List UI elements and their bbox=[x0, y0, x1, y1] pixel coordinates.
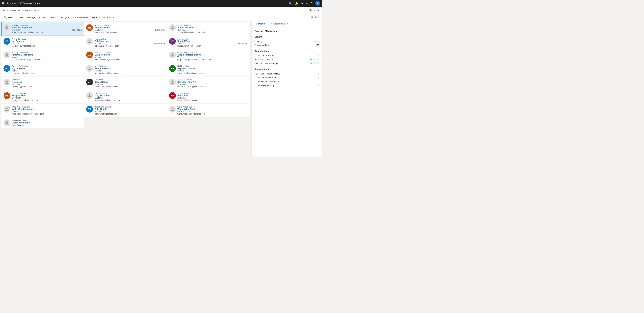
contact-button[interactable]: Contact bbox=[48, 15, 59, 20]
contact-name[interactable]: Graphic Design Institute bbox=[178, 54, 248, 56]
grid-view-icon[interactable]: ⊞ bbox=[315, 16, 317, 19]
stats-value[interactable]: 17,100.00 bbox=[310, 62, 319, 64]
contact-card[interactable]: MB School of Fine Art Meagan Bond Custom… bbox=[1, 90, 84, 104]
contact-card[interactable]: World Wide Bank World Wide Bank Bank Acc… bbox=[1, 117, 84, 128]
contact-name[interactable]: World Wide Bank bbox=[178, 108, 248, 110]
contact-info: Fabrikam, Inc. Krystal York Vendor 42555… bbox=[178, 38, 248, 47]
settings-icon[interactable]: ⚙ bbox=[306, 2, 308, 5]
stats-label: No. of Opportunities bbox=[254, 54, 274, 57]
stats-row: Cost ($) 66.00 bbox=[254, 40, 319, 43]
contact-card[interactable]: ID Alpine Ski House Ian Deberry Customer… bbox=[1, 36, 84, 49]
contact-name[interactable]: World Wide Bank bbox=[12, 122, 82, 124]
contact-avatar: JH bbox=[86, 79, 93, 86]
contact-type: Vendor bbox=[178, 70, 184, 72]
contact-name[interactable]: Trey Research bbox=[94, 94, 165, 97]
contact-email: school.of.fine.art@contoso.com bbox=[178, 86, 248, 88]
contact-name[interactable]: Ian Deberry bbox=[12, 40, 82, 42]
stats-row: No. of Job Responsibilities 0 bbox=[254, 72, 319, 76]
contact-card[interactable]: TR Wide World Importers Toby Rhode Vendo… bbox=[84, 104, 167, 117]
contact-company: Trey Research bbox=[94, 92, 165, 94]
contact-type: Customer bbox=[94, 97, 103, 99]
contact-type: Customer bbox=[178, 97, 186, 99]
contact-card[interactable]: KY Fabrikam, Inc. Krystal York Vendor 42… bbox=[167, 36, 250, 49]
contact-name[interactable]: Nod Publishers bbox=[94, 67, 165, 70]
contact-name[interactable]: Toby Rhode bbox=[94, 108, 165, 110]
contact-card[interactable]: Relecloud Relecloud Customer relecloud@c… bbox=[1, 76, 84, 90]
contact-card[interactable]: Graphic Design Institute Graphic Design … bbox=[167, 49, 250, 63]
search-icon[interactable]: 🔍 bbox=[289, 2, 292, 5]
contact-card[interactable]: EM First Up Consultants Evan McIntosh Ve… bbox=[84, 49, 167, 63]
waffle-icon[interactable]: ⊞ bbox=[2, 2, 4, 5]
bookmark-icon[interactable]: 🔖 bbox=[309, 9, 312, 12]
contact-info: Relecloud Jesse Homer Customer jesse.hom… bbox=[94, 79, 165, 88]
tab-details[interactable]: ℹ Details bbox=[254, 21, 268, 27]
contact-card[interactable]: Nod Publishers Nod Publishers Vendor nod… bbox=[84, 63, 167, 76]
contact-card[interactable]: RH Nod Publishers Raymond Hillard Vendor… bbox=[167, 63, 250, 76]
stats-value: 0 bbox=[318, 72, 319, 75]
external-link-icon[interactable]: ↗ bbox=[314, 9, 316, 12]
contact-avatar bbox=[86, 38, 93, 44]
filter-icon[interactable]: ⊟ bbox=[311, 16, 314, 19]
help-icon[interactable]: ? bbox=[311, 2, 312, 5]
word-templates-button[interactable]: Word Templates bbox=[71, 15, 90, 20]
flag-icon[interactable]: ⚑ bbox=[301, 2, 304, 5]
contact-name[interactable]: Evan McIntosh bbox=[94, 54, 165, 56]
stats-value[interactable]: 66.00 bbox=[314, 40, 319, 42]
contact-name[interactable]: Relecloud bbox=[12, 81, 82, 83]
contact-card[interactable]: First Up Consultants First Up Consultant… bbox=[1, 49, 84, 63]
contact-name[interactable]: Krystal York bbox=[178, 40, 248, 42]
contact-phone: 123123123 bbox=[155, 29, 165, 31]
contact-name[interactable]: Robert Townes bbox=[94, 26, 165, 29]
contact-card[interactable]: Trey Research Trey Research Customer tre… bbox=[84, 90, 167, 104]
contact-type: Customer bbox=[178, 29, 186, 31]
contact-name[interactable]: Raymond Hillard bbox=[178, 67, 248, 70]
contact-name[interactable]: Fabrikam, Inc. bbox=[94, 40, 165, 42]
contact-company: Fabrikam, Inc. bbox=[178, 38, 248, 40]
contact-card[interactable]: HR Trey Research Helen Ray Customer hele… bbox=[167, 90, 250, 104]
page-button[interactable]: Page bbox=[90, 15, 98, 20]
contact-card[interactable]: BJ Graphic Design Institute Bryce Jasso … bbox=[1, 63, 84, 76]
contact-name[interactable]: School of Fine Art bbox=[178, 81, 248, 83]
contact-card[interactable]: Alpine Ski House Alpine Ski House Custom… bbox=[167, 22, 250, 36]
process-button[interactable]: Process bbox=[37, 15, 48, 20]
contact-more-button[interactable]: ⋮ bbox=[79, 25, 83, 28]
collapse-icon[interactable]: ✕ bbox=[317, 9, 319, 12]
contact-name[interactable]: Wide World Importers bbox=[12, 108, 82, 110]
contact-card[interactable]: Adatum Corporation Adatum Corporation Cu… bbox=[1, 22, 84, 36]
contact-name[interactable]: Alpine Ski House bbox=[178, 26, 248, 29]
back-button[interactable]: ← bbox=[3, 9, 5, 12]
contact-card[interactable]: World Wide Bank World Wide Bank Bank Acc… bbox=[167, 104, 250, 117]
contact-name[interactable]: Bryce Jasso bbox=[12, 67, 82, 70]
contact-info: Graphic Design Institute Graphic Design … bbox=[178, 52, 248, 61]
search-icon: 🔍 bbox=[4, 16, 7, 18]
bell-icon[interactable]: 🔔 bbox=[295, 2, 298, 5]
contact-avatar bbox=[4, 24, 10, 31]
contact-card[interactable]: Fabrikam, Inc. Fabrikam, Inc. Vendor 425… bbox=[84, 36, 167, 49]
contact-card[interactable]: School of Fine Art School of Fine Art Cu… bbox=[167, 76, 250, 90]
contact-name[interactable]: First Up Consultants bbox=[12, 54, 82, 56]
tab-attachments[interactable]: 📎 Attachments (0) bbox=[268, 21, 291, 27]
contact-card[interactable]: RT Adatum Corporation Robert Townes Cust… bbox=[84, 22, 167, 36]
stats-row: No. of Opportunities 3 bbox=[254, 54, 319, 58]
new-button[interactable]: + New bbox=[16, 15, 25, 20]
contact-info: Trey Research Trey Research Customer tre… bbox=[94, 92, 165, 102]
contact-avatar: MB bbox=[4, 92, 10, 99]
contact-card[interactable]: JH Relecloud Jesse Homer Customer jesse.… bbox=[84, 76, 167, 90]
user-avatar[interactable]: IK bbox=[315, 1, 320, 6]
contact-type: Vendor bbox=[94, 42, 101, 45]
manage-button[interactable]: Manage bbox=[26, 15, 36, 20]
contact-name[interactable]: Jesse Homer bbox=[94, 81, 165, 83]
details-content: Contact Statistics General Cost ($) 66.0… bbox=[252, 27, 322, 92]
stats-value[interactable]: 22,000.00 bbox=[310, 58, 319, 61]
navigate-button[interactable]: Navigate bbox=[59, 15, 70, 20]
contact-email: wide.world.importers@contoso.com bbox=[12, 113, 82, 115]
contact-row2: Customer bbox=[94, 83, 165, 86]
more-options-button[interactable]: More options bbox=[102, 15, 117, 20]
contact-name[interactable]: Adatum Corporation bbox=[12, 26, 82, 29]
contact-card[interactable]: Wide World Importers Wide World Importer… bbox=[1, 104, 84, 117]
contact-name[interactable]: Helen Ray bbox=[178, 94, 248, 97]
contact-name[interactable]: Meagan Bond bbox=[12, 94, 82, 97]
search-button[interactable]: 🔍 Search bbox=[3, 15, 16, 20]
stats-section-title: Opportunities bbox=[254, 50, 319, 52]
info-icon[interactable]: ℹ bbox=[318, 16, 319, 19]
